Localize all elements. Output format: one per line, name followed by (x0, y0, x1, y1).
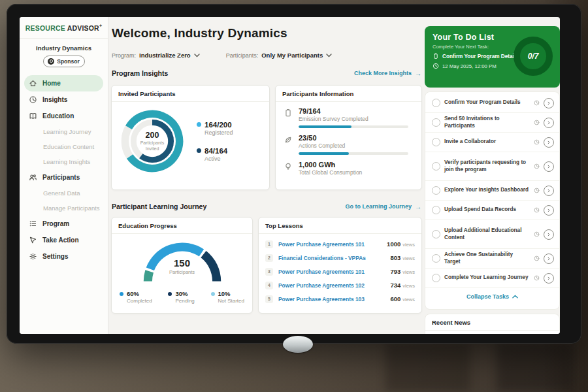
task-row[interactable]: Achieve One Sustainability Target (425, 249, 559, 269)
participants-information-card: Participants Information 79/164 Emission… (275, 85, 422, 190)
sidebar-item-program[interactable]: Program (20, 216, 108, 232)
task-chevron-button[interactable] (544, 118, 554, 128)
lesson-link[interactable]: Power Purchase Agreements 103 (278, 296, 365, 302)
right-panel: Your To Do List Complete Your Next Task:… (425, 17, 560, 334)
lesson-link[interactable]: Power Purchase Agreements 101 (278, 269, 365, 275)
book-icon (29, 112, 37, 120)
task-checkbox[interactable] (432, 118, 440, 127)
sidebar-item-participants[interactable]: Participants (20, 169, 108, 186)
divider (20, 38, 108, 39)
task-checkbox[interactable] (432, 274, 440, 282)
gauge-center-label: Participants (139, 269, 225, 275)
task-row[interactable]: Complete Your Learning Journey (425, 269, 559, 288)
card-title: Education Progress (112, 218, 252, 234)
sidebar-item-manage-participants[interactable]: Manage Participants (20, 201, 108, 216)
task-row[interactable]: Verify participants requesting to join t… (425, 152, 559, 181)
program-insights-header: Program Insights Check More Insights → (112, 69, 421, 77)
collapse-tasks-link[interactable]: Collapse Tasks (425, 288, 559, 305)
task-row[interactable]: Upload Spend Data Records (425, 201, 559, 220)
sponsor-icon (48, 58, 54, 65)
task-checkbox[interactable] (432, 99, 440, 107)
task-row[interactable]: Explore Your Insights Dashboard (425, 181, 559, 201)
task-checkbox[interactable] (432, 162, 440, 171)
lesson-row: 1 Power Purchase Agreements 101 1000view… (265, 237, 415, 251)
legend-value: 60% (127, 290, 139, 297)
legend-label: Completed (127, 298, 152, 304)
task-checkbox[interactable] (432, 230, 440, 238)
task-row[interactable]: Upload Additional Educational Content (425, 220, 559, 249)
sidebar-item-label: Home (42, 80, 61, 87)
task-chevron-button[interactable] (544, 253, 554, 264)
task-chevron-button[interactable] (544, 186, 554, 196)
donut-legend: 164/200 Registered 84/164 Active (197, 121, 233, 162)
task-label: Confirm Your Program Details (444, 99, 530, 106)
clock-icon (534, 275, 540, 281)
task-chevron-button[interactable] (544, 229, 554, 240)
stat-row: 79/164 Emission Survey Completed (284, 107, 414, 128)
lesson-rank: 3 (265, 268, 273, 276)
lesson-rank: 2 (265, 254, 273, 262)
legend-dot (197, 122, 201, 127)
task-checkbox[interactable] (432, 254, 440, 263)
chevron-down-icon (194, 54, 200, 57)
sponsor-badge[interactable]: Sponsor (43, 56, 85, 67)
arrow-right-icon: → (415, 70, 421, 77)
legend-dot (211, 292, 215, 296)
chevron-down-icon (326, 54, 332, 57)
task-label: Complete Your Learning Journey (444, 274, 530, 281)
legend-pending: 30% Pending (168, 290, 194, 304)
sidebar-item-education-content[interactable]: Education Content (20, 139, 108, 154)
card-title: Invited Participants (112, 86, 269, 102)
task-chevron-button[interactable] (544, 161, 554, 172)
task-label: Upload Spend Data Records (444, 206, 530, 213)
clock-icon (534, 120, 540, 125)
legend-value: 10% (218, 290, 231, 297)
task-row[interactable]: Confirm Your Program Details (425, 93, 559, 113)
sidebar-item-take-action[interactable]: Take Action (20, 232, 108, 248)
participants-filter-dropdown[interactable]: Participants: Only My Participants (226, 52, 333, 59)
task-row[interactable]: Send 50 Invitations to Participants (425, 113, 559, 133)
task-chevron-button[interactable] (544, 137, 554, 148)
clock-icon (534, 207, 540, 213)
lesson-link[interactable]: Financial Considerations - VPPAs (278, 255, 366, 261)
task-chevron-button[interactable] (544, 98, 554, 108)
task-chevron-button[interactable] (544, 273, 554, 284)
sidebar-item-label: Insights (42, 96, 67, 103)
sidebar-item-insights[interactable]: Insights (20, 91, 108, 108)
card-title: Top Lessons (259, 218, 421, 234)
task-row[interactable]: Invite a Collaborator (425, 133, 559, 152)
invited-donut-chart: 200 Participants Invited (118, 107, 186, 175)
sidebar-item-general-data[interactable]: General Data (20, 186, 108, 201)
stat-label: Actions Completed (299, 142, 408, 149)
desk-scene: RESOURCE ADVISOR+ Industry Dynamics Spon… (0, 0, 588, 392)
filters-bar: Program: Industrialize Zero Participants… (112, 52, 332, 59)
sidebar-item-learning-journey[interactable]: Learning Journey (20, 124, 108, 139)
program-filter-dropdown[interactable]: Program: Industrialize Zero (112, 52, 200, 59)
learning-journey-header: Participant Learning Journey Go to Learn… (112, 203, 421, 210)
views-label: views (402, 242, 415, 248)
views-count: 803 (390, 254, 400, 261)
clock-icon (534, 163, 540, 169)
check-more-insights-link[interactable]: Check More Insights → (354, 70, 421, 77)
clock-icon (534, 255, 540, 261)
task-chevron-button[interactable] (544, 205, 554, 216)
lesson-row: 5 Power Purchase Agreements 103 600views (265, 292, 415, 306)
sidebar-item-home[interactable]: Home (24, 75, 103, 91)
sidebar-item-learning-insights[interactable]: Learning Insights (20, 154, 108, 169)
task-checkbox[interactable] (432, 206, 440, 214)
legend-not-started: 10% Not Started (211, 290, 244, 304)
background-object (385, 343, 470, 392)
clock-icon (534, 100, 540, 106)
sidebar-item-education[interactable]: Education (20, 108, 108, 124)
sidebar-item-label: Program (42, 220, 69, 227)
clock-icon (534, 231, 540, 237)
progress-bar (299, 125, 408, 128)
task-checkbox[interactable] (432, 186, 440, 195)
lesson-link[interactable]: Power Purchase Agreements 102 (278, 282, 365, 289)
views-count: 793 (390, 268, 400, 275)
views-label: views (402, 283, 415, 289)
sidebar-item-settings[interactable]: Settings (20, 248, 108, 265)
lesson-link[interactable]: Power Purchase Agreements 101 (278, 241, 365, 248)
task-checkbox[interactable] (432, 138, 440, 146)
go-to-learning-journey-link[interactable]: Go to Learning Journey → (345, 203, 421, 210)
